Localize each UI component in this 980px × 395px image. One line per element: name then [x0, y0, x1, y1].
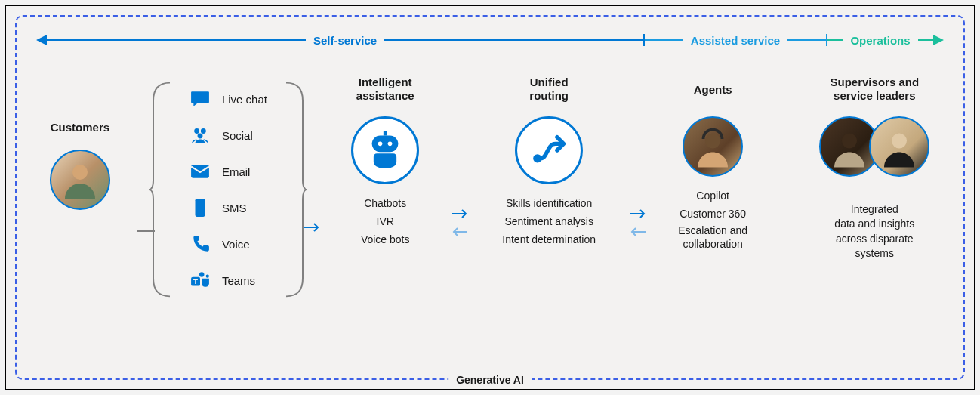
arrow-channels-intelligent — [301, 221, 323, 233]
channel-label: Social — [222, 129, 253, 142]
arrow-intelligent-routing — [448, 208, 473, 239]
diagram-outer-frame: Self-service Assisted service Operations… — [5, 5, 975, 390]
agents-title: Agents — [694, 74, 732, 104]
intelligent-items: Chatbots IVR Voice bots — [361, 195, 410, 248]
svg-point-16 — [842, 134, 857, 149]
item: Skills identification — [502, 195, 596, 213]
svg-point-11 — [378, 142, 383, 147]
svg-text:T: T — [193, 277, 198, 285]
supervisor-avatars — [819, 116, 929, 177]
column-unified-routing: Unified routing Skills identification Se… — [479, 74, 618, 248]
bracket-right — [285, 82, 307, 298]
channel-label: Teams — [222, 274, 255, 287]
column-agents: Agents Copilot Customer 360 Escalation a… — [658, 74, 768, 251]
arrow-left-icon — [36, 35, 47, 45]
intelligent-title: Intelligent assistance — [356, 74, 414, 104]
main-columns: Customers Live chat — [36, 74, 944, 298]
column-channels: Live chat Social Email SMS — [162, 82, 294, 298]
people-icon — [189, 125, 211, 145]
svg-point-12 — [388, 142, 393, 147]
item: Customer 360 — [658, 205, 768, 224]
svg-point-6 — [199, 272, 205, 277]
section-self-service: Self-service — [47, 34, 643, 47]
item: Sentiment analysis — [502, 213, 596, 231]
section-label-assisted-service: Assisted service — [683, 34, 787, 47]
section-bar: Self-service Assisted service Operations — [36, 29, 944, 51]
agent-avatar — [683, 116, 743, 177]
arrow-right-icon — [933, 35, 944, 45]
item: Integrated data and insights across disp… — [834, 202, 914, 261]
diagram-dashed-frame: Self-service Assisted service Operations… — [15, 15, 965, 380]
channel-email: Email — [189, 162, 267, 181]
chat-bubble-icon — [189, 89, 211, 109]
bot-icon — [351, 116, 419, 184]
connector-customers-channels — [137, 230, 155, 232]
telephone-icon — [189, 234, 211, 254]
section-label-operations: Operations — [843, 34, 917, 47]
channel-voice: Voice — [189, 234, 267, 254]
customers-title: Customers — [51, 112, 109, 142]
channel-label: SMS — [222, 202, 247, 214]
svg-rect-5 — [195, 199, 205, 217]
channel-label: Voice — [222, 238, 250, 251]
routing-items: Skills identification Sentiment analysis… — [502, 195, 596, 248]
svg-point-1 — [194, 128, 199, 134]
section-assisted-service: Assisted service — [645, 34, 826, 47]
column-intelligent-assistance: Intelligent assistance Chatbots IVR Voic… — [331, 74, 440, 248]
section-label-self-service: Self-service — [306, 34, 384, 47]
bracket-left — [149, 82, 171, 298]
routing-title: Unified routing — [529, 74, 569, 104]
routing-icon — [515, 116, 583, 184]
channel-live-chat: Live chat — [189, 89, 267, 109]
svg-point-3 — [197, 134, 202, 139]
item: Voice bots — [361, 231, 410, 249]
generative-ai-label: Generative AI — [448, 374, 532, 386]
svg-point-0 — [72, 165, 88, 180]
svg-point-7 — [205, 274, 208, 277]
customer-avatar — [50, 150, 110, 210]
phone-device-icon — [189, 198, 211, 218]
channel-label: Live chat — [222, 93, 267, 106]
svg-point-2 — [201, 128, 206, 134]
envelope-icon — [189, 162, 211, 181]
column-supervisors: Supervisors and service leaders Integrat… — [806, 74, 944, 276]
item: IVR — [361, 213, 410, 231]
svg-rect-10 — [372, 136, 399, 153]
column-customers: Customers — [36, 112, 124, 210]
item: Escalation and collaboration — [658, 224, 768, 251]
channel-label: Email — [222, 165, 251, 178]
item: Chatbots — [361, 195, 410, 213]
item: Intent determination — [502, 231, 596, 249]
channel-sms: SMS — [189, 198, 267, 218]
channel-social: Social — [189, 125, 267, 145]
teams-icon: T — [189, 270, 211, 290]
item: Copilot — [658, 187, 768, 205]
section-operations: Operations — [827, 34, 933, 47]
supervisors-title: Supervisors and service leaders — [831, 74, 920, 104]
svg-point-17 — [892, 134, 907, 149]
svg-point-15 — [705, 134, 720, 149]
supervisors-items: Integrated data and insights across disp… — [834, 187, 914, 276]
agents-items: Copilot Customer 360 Escalation and coll… — [658, 187, 768, 251]
svg-rect-13 — [384, 131, 387, 136]
arrow-routing-agents — [626, 208, 651, 239]
channel-teams: T Teams — [189, 270, 267, 290]
supervisor-avatar-2 — [869, 116, 929, 177]
